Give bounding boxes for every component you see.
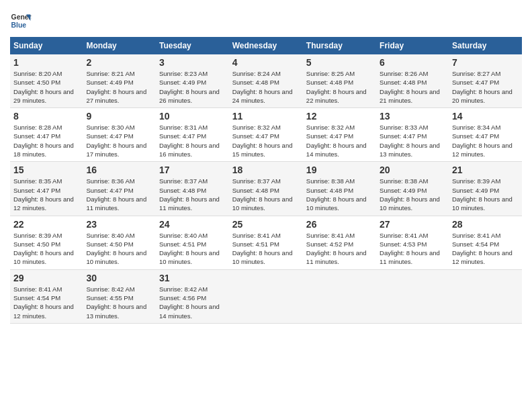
day-detail: Sunrise: 8:41 AMSunset: 4:54 PMDaylight:… xyxy=(13,285,74,320)
day-number: 28 xyxy=(452,219,519,230)
day-detail: Sunrise: 8:34 AMSunset: 4:47 PMDaylight:… xyxy=(452,124,513,158)
day-number: 31 xyxy=(159,273,226,283)
day-number: 6 xyxy=(380,57,445,68)
day-detail: Sunrise: 8:23 AMSunset: 4:49 PMDaylight:… xyxy=(159,70,220,104)
day-detail: Sunrise: 8:37 AMSunset: 4:48 PMDaylight:… xyxy=(159,177,220,212)
day-number: 16 xyxy=(86,165,152,175)
day-cell: 2 Sunrise: 8:21 AMSunset: 4:49 PMDayligh… xyxy=(83,54,156,108)
day-number: 25 xyxy=(232,219,300,230)
day-cell: 28 Sunrise: 8:41 AMSunset: 4:54 PMDaylig… xyxy=(449,216,522,269)
day-number: 13 xyxy=(380,111,445,122)
day-detail: Sunrise: 8:21 AMSunset: 4:49 PMDaylight:… xyxy=(86,70,146,104)
day-number: 30 xyxy=(86,273,152,283)
day-detail: Sunrise: 8:38 AMSunset: 4:48 PMDaylight:… xyxy=(306,177,367,212)
day-cell: 4 Sunrise: 8:24 AMSunset: 4:48 PMDayligh… xyxy=(229,54,303,108)
day-detail: Sunrise: 8:24 AMSunset: 4:48 PMDaylight:… xyxy=(232,70,293,104)
day-number: 27 xyxy=(380,219,445,230)
day-cell: 3 Sunrise: 8:23 AMSunset: 4:49 PMDayligh… xyxy=(156,54,229,108)
day-detail: Sunrise: 8:28 AMSunset: 4:47 PMDaylight:… xyxy=(13,124,74,158)
day-number: 11 xyxy=(232,111,300,122)
day-cell: 13 Sunrise: 8:33 AMSunset: 4:47 PMDaylig… xyxy=(376,108,449,162)
day-cell xyxy=(229,269,303,323)
header-day-thursday: Thursday xyxy=(303,37,376,54)
day-cell: 20 Sunrise: 8:38 AMSunset: 4:49 PMDaylig… xyxy=(376,162,449,216)
header-row: SundayMondayTuesdayWednesdayThursdayFrid… xyxy=(10,37,522,54)
day-cell: 19 Sunrise: 8:38 AMSunset: 4:48 PMDaylig… xyxy=(303,162,376,216)
day-number: 8 xyxy=(13,111,79,122)
day-detail: Sunrise: 8:41 AMSunset: 4:54 PMDaylight:… xyxy=(452,232,513,266)
calendar-table: SundayMondayTuesdayWednesdayThursdayFrid… xyxy=(10,37,522,324)
day-cell: 25 Sunrise: 8:41 AMSunset: 4:51 PMDaylig… xyxy=(229,216,303,269)
day-cell: 9 Sunrise: 8:30 AMSunset: 4:47 PMDayligh… xyxy=(83,108,156,162)
day-number: 15 xyxy=(13,165,79,175)
day-detail: Sunrise: 8:41 AMSunset: 4:51 PMDaylight:… xyxy=(232,232,293,266)
day-cell: 22 Sunrise: 8:39 AMSunset: 4:50 PMDaylig… xyxy=(10,216,83,269)
day-detail: Sunrise: 8:26 AMSunset: 4:48 PMDaylight:… xyxy=(380,70,440,104)
day-cell: 14 Sunrise: 8:34 AMSunset: 4:47 PMDaylig… xyxy=(449,108,522,162)
week-row-4: 22 Sunrise: 8:39 AMSunset: 4:50 PMDaylig… xyxy=(10,216,522,269)
day-cell: 8 Sunrise: 8:28 AMSunset: 4:47 PMDayligh… xyxy=(10,108,83,162)
day-cell: 21 Sunrise: 8:39 AMSunset: 4:49 PMDaylig… xyxy=(449,162,522,216)
day-detail: Sunrise: 8:33 AMSunset: 4:47 PMDaylight:… xyxy=(380,124,440,158)
day-cell: 27 Sunrise: 8:41 AMSunset: 4:53 PMDaylig… xyxy=(376,216,449,269)
day-cell: 7 Sunrise: 8:27 AMSunset: 4:47 PMDayligh… xyxy=(449,54,522,108)
week-row-3: 15 Sunrise: 8:35 AMSunset: 4:47 PMDaylig… xyxy=(10,162,522,216)
day-number: 14 xyxy=(452,111,519,122)
week-row-5: 29 Sunrise: 8:41 AMSunset: 4:54 PMDaylig… xyxy=(10,269,522,323)
day-detail: Sunrise: 8:27 AMSunset: 4:47 PMDaylight:… xyxy=(452,70,513,104)
day-cell: 17 Sunrise: 8:37 AMSunset: 4:48 PMDaylig… xyxy=(156,162,229,216)
day-cell: 11 Sunrise: 8:32 AMSunset: 4:47 PMDaylig… xyxy=(229,108,303,162)
day-cell xyxy=(303,269,376,323)
logo: General Blue xyxy=(10,10,32,32)
day-detail: Sunrise: 8:32 AMSunset: 4:47 PMDaylight:… xyxy=(232,124,293,158)
day-number: 10 xyxy=(159,111,226,122)
day-detail: Sunrise: 8:41 AMSunset: 4:53 PMDaylight:… xyxy=(380,232,440,266)
day-detail: Sunrise: 8:37 AMSunset: 4:48 PMDaylight:… xyxy=(232,177,293,212)
day-number: 2 xyxy=(86,57,152,68)
day-number: 5 xyxy=(306,57,373,68)
day-detail: Sunrise: 8:25 AMSunset: 4:48 PMDaylight:… xyxy=(306,70,367,104)
day-cell: 12 Sunrise: 8:32 AMSunset: 4:47 PMDaylig… xyxy=(303,108,376,162)
week-row-2: 8 Sunrise: 8:28 AMSunset: 4:47 PMDayligh… xyxy=(10,108,522,162)
day-cell: 23 Sunrise: 8:40 AMSunset: 4:50 PMDaylig… xyxy=(83,216,156,269)
day-number: 12 xyxy=(306,111,373,122)
day-cell: 16 Sunrise: 8:36 AMSunset: 4:47 PMDaylig… xyxy=(83,162,156,216)
day-number: 22 xyxy=(13,219,79,230)
day-detail: Sunrise: 8:42 AMSunset: 4:56 PMDaylight:… xyxy=(159,285,220,320)
day-number: 26 xyxy=(306,219,373,230)
day-cell xyxy=(449,269,522,323)
day-detail: Sunrise: 8:39 AMSunset: 4:49 PMDaylight:… xyxy=(452,177,513,212)
day-number: 17 xyxy=(159,165,226,175)
day-cell: 30 Sunrise: 8:42 AMSunset: 4:55 PMDaylig… xyxy=(83,269,156,323)
day-detail: Sunrise: 8:39 AMSunset: 4:50 PMDaylight:… xyxy=(13,232,74,266)
header-day-sunday: Sunday xyxy=(10,37,83,54)
day-number: 23 xyxy=(86,219,152,230)
day-number: 24 xyxy=(159,219,226,230)
day-number: 29 xyxy=(13,273,79,283)
day-number: 18 xyxy=(232,165,300,175)
day-detail: Sunrise: 8:40 AMSunset: 4:51 PMDaylight:… xyxy=(159,232,220,266)
day-cell: 5 Sunrise: 8:25 AMSunset: 4:48 PMDayligh… xyxy=(303,54,376,108)
header-day-friday: Friday xyxy=(376,37,449,54)
day-detail: Sunrise: 8:36 AMSunset: 4:47 PMDaylight:… xyxy=(86,177,146,212)
day-cell: 31 Sunrise: 8:42 AMSunset: 4:56 PMDaylig… xyxy=(156,269,229,323)
day-detail: Sunrise: 8:32 AMSunset: 4:47 PMDaylight:… xyxy=(306,124,367,158)
day-cell: 29 Sunrise: 8:41 AMSunset: 4:54 PMDaylig… xyxy=(10,269,83,323)
page-header: General Blue xyxy=(10,10,522,32)
day-number: 4 xyxy=(232,57,300,68)
day-number: 9 xyxy=(86,111,152,122)
svg-text:Blue: Blue xyxy=(11,21,27,29)
day-number: 1 xyxy=(13,57,79,68)
day-number: 20 xyxy=(380,165,445,175)
day-cell: 26 Sunrise: 8:41 AMSunset: 4:52 PMDaylig… xyxy=(303,216,376,269)
day-cell: 24 Sunrise: 8:40 AMSunset: 4:51 PMDaylig… xyxy=(156,216,229,269)
day-detail: Sunrise: 8:31 AMSunset: 4:47 PMDaylight:… xyxy=(159,124,220,158)
day-number: 3 xyxy=(159,57,226,68)
day-number: 19 xyxy=(306,165,373,175)
day-number: 7 xyxy=(452,57,519,68)
day-detail: Sunrise: 8:38 AMSunset: 4:49 PMDaylight:… xyxy=(380,177,440,212)
header-day-monday: Monday xyxy=(83,37,156,54)
day-cell xyxy=(376,269,449,323)
day-detail: Sunrise: 8:30 AMSunset: 4:47 PMDaylight:… xyxy=(86,124,146,158)
header-day-tuesday: Tuesday xyxy=(156,37,229,54)
